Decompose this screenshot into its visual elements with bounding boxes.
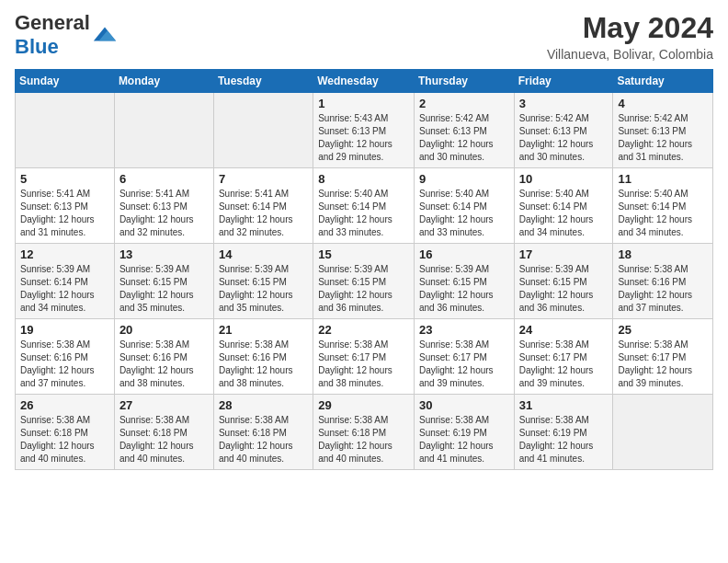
location: Villanueva, Bolivar, Colombia <box>547 47 713 62</box>
day-number: 20 <box>119 323 209 337</box>
day-info: Sunrise: 5:40 AM Sunset: 6:14 PM Dayligh… <box>519 188 609 239</box>
day-info: Sunrise: 5:39 AM Sunset: 6:15 PM Dayligh… <box>219 263 308 315</box>
calendar-cell: 21Sunrise: 5:38 AM Sunset: 6:16 PM Dayli… <box>213 319 313 395</box>
calendar-cell: 11Sunrise: 5:40 AM Sunset: 6:14 PM Dayli… <box>613 168 713 244</box>
col-saturday: Saturday <box>613 70 713 93</box>
calendar-cell: 24Sunrise: 5:38 AM Sunset: 6:17 PM Dayli… <box>514 319 613 395</box>
day-info: Sunrise: 5:38 AM Sunset: 6:16 PM Dayligh… <box>20 339 109 390</box>
page: General Blue May 2024 Villanueva, Boliva… <box>0 0 728 563</box>
calendar-cell: 22Sunrise: 5:38 AM Sunset: 6:17 PM Dayli… <box>313 319 415 395</box>
title-block: May 2024 Villanueva, Bolivar, Colombia <box>547 11 713 62</box>
calendar-cell: 8Sunrise: 5:40 AM Sunset: 6:14 PM Daylig… <box>313 168 415 244</box>
calendar-cell: 10Sunrise: 5:40 AM Sunset: 6:14 PM Dayli… <box>514 168 613 244</box>
calendar-cell: 5Sunrise: 5:41 AM Sunset: 6:13 PM Daylig… <box>16 168 115 244</box>
calendar-cell: 3Sunrise: 5:42 AM Sunset: 6:13 PM Daylig… <box>514 93 613 168</box>
logo: General Blue <box>15 11 118 59</box>
day-number: 13 <box>119 247 209 261</box>
calendar-cell: 4Sunrise: 5:42 AM Sunset: 6:13 PM Daylig… <box>613 93 713 168</box>
calendar-cell: 9Sunrise: 5:40 AM Sunset: 6:14 PM Daylig… <box>414 168 514 244</box>
calendar-cell: 20Sunrise: 5:38 AM Sunset: 6:16 PM Dayli… <box>114 319 213 395</box>
day-info: Sunrise: 5:38 AM Sunset: 6:17 PM Dayligh… <box>419 339 509 390</box>
col-wednesday: Wednesday <box>313 70 415 93</box>
calendar-table: Sunday Monday Tuesday Wednesday Thursday… <box>15 69 713 470</box>
day-info: Sunrise: 5:38 AM Sunset: 6:16 PM Dayligh… <box>618 263 708 315</box>
day-info: Sunrise: 5:41 AM Sunset: 6:14 PM Dayligh… <box>219 188 308 239</box>
day-number: 19 <box>20 323 109 337</box>
day-info: Sunrise: 5:38 AM Sunset: 6:19 PM Dayligh… <box>419 414 509 465</box>
day-number: 28 <box>219 398 308 412</box>
calendar-cell: 16Sunrise: 5:39 AM Sunset: 6:15 PM Dayli… <box>414 244 514 319</box>
calendar-cell: 7Sunrise: 5:41 AM Sunset: 6:14 PM Daylig… <box>213 168 313 244</box>
calendar-cell: 2Sunrise: 5:42 AM Sunset: 6:13 PM Daylig… <box>414 93 514 168</box>
day-info: Sunrise: 5:43 AM Sunset: 6:13 PM Dayligh… <box>318 112 409 164</box>
col-tuesday: Tuesday <box>213 70 313 93</box>
day-number: 5 <box>20 172 109 186</box>
day-number: 6 <box>119 172 209 186</box>
day-number: 10 <box>519 172 609 186</box>
calendar-week-2: 5Sunrise: 5:41 AM Sunset: 6:13 PM Daylig… <box>16 168 713 244</box>
col-friday: Friday <box>514 70 613 93</box>
calendar-week-4: 19Sunrise: 5:38 AM Sunset: 6:16 PM Dayli… <box>16 319 713 395</box>
calendar-cell: 23Sunrise: 5:38 AM Sunset: 6:17 PM Dayli… <box>414 319 514 395</box>
month-year: May 2024 <box>547 11 713 45</box>
calendar-week-5: 26Sunrise: 5:38 AM Sunset: 6:18 PM Dayli… <box>16 395 713 470</box>
day-info: Sunrise: 5:40 AM Sunset: 6:14 PM Dayligh… <box>618 188 708 239</box>
day-number: 21 <box>219 323 308 337</box>
calendar-week-1: 1Sunrise: 5:43 AM Sunset: 6:13 PM Daylig… <box>16 93 713 168</box>
day-info: Sunrise: 5:40 AM Sunset: 6:14 PM Dayligh… <box>318 188 409 239</box>
calendar-cell: 31Sunrise: 5:38 AM Sunset: 6:19 PM Dayli… <box>514 395 613 470</box>
calendar-cell <box>613 395 713 470</box>
day-info: Sunrise: 5:38 AM Sunset: 6:16 PM Dayligh… <box>219 339 308 390</box>
day-number: 11 <box>618 172 708 186</box>
calendar-cell: 13Sunrise: 5:39 AM Sunset: 6:15 PM Dayli… <box>114 244 213 319</box>
day-info: Sunrise: 5:38 AM Sunset: 6:17 PM Dayligh… <box>318 339 409 390</box>
day-number: 26 <box>20 398 109 412</box>
calendar-cell: 19Sunrise: 5:38 AM Sunset: 6:16 PM Dayli… <box>16 319 115 395</box>
calendar-cell: 26Sunrise: 5:38 AM Sunset: 6:18 PM Dayli… <box>16 395 115 470</box>
day-number: 1 <box>318 97 409 110</box>
day-info: Sunrise: 5:38 AM Sunset: 6:17 PM Dayligh… <box>519 339 609 390</box>
day-number: 24 <box>519 323 609 337</box>
day-info: Sunrise: 5:39 AM Sunset: 6:15 PM Dayligh… <box>318 263 409 315</box>
day-number: 27 <box>119 398 209 412</box>
day-info: Sunrise: 5:39 AM Sunset: 6:15 PM Dayligh… <box>419 263 509 315</box>
day-info: Sunrise: 5:42 AM Sunset: 6:13 PM Dayligh… <box>519 112 609 164</box>
day-number: 18 <box>618 247 708 261</box>
day-info: Sunrise: 5:38 AM Sunset: 6:18 PM Dayligh… <box>219 414 308 465</box>
day-number: 9 <box>419 172 509 186</box>
calendar-header-row: Sunday Monday Tuesday Wednesday Thursday… <box>16 70 713 93</box>
day-info: Sunrise: 5:39 AM Sunset: 6:15 PM Dayligh… <box>119 263 209 315</box>
day-number: 15 <box>318 247 409 261</box>
calendar-cell: 29Sunrise: 5:38 AM Sunset: 6:18 PM Dayli… <box>313 395 415 470</box>
day-info: Sunrise: 5:41 AM Sunset: 6:13 PM Dayligh… <box>119 188 209 239</box>
day-number: 14 <box>219 247 308 261</box>
col-sunday: Sunday <box>16 70 115 93</box>
day-number: 7 <box>219 172 308 186</box>
day-info: Sunrise: 5:38 AM Sunset: 6:19 PM Dayligh… <box>519 414 609 465</box>
day-info: Sunrise: 5:38 AM Sunset: 6:18 PM Dayligh… <box>20 414 109 465</box>
day-number: 3 <box>519 97 609 110</box>
calendar-cell <box>16 93 115 168</box>
day-number: 2 <box>419 97 509 110</box>
day-number: 12 <box>20 247 109 261</box>
day-info: Sunrise: 5:38 AM Sunset: 6:16 PM Dayligh… <box>119 339 209 390</box>
day-number: 29 <box>318 398 409 412</box>
day-info: Sunrise: 5:42 AM Sunset: 6:13 PM Dayligh… <box>618 112 708 164</box>
day-info: Sunrise: 5:38 AM Sunset: 6:17 PM Dayligh… <box>618 339 708 390</box>
calendar-cell: 27Sunrise: 5:38 AM Sunset: 6:18 PM Dayli… <box>114 395 213 470</box>
day-number: 22 <box>318 323 409 337</box>
day-number: 23 <box>419 323 509 337</box>
day-number: 25 <box>618 323 708 337</box>
logo-text: General Blue <box>15 11 90 59</box>
day-number: 17 <box>519 247 609 261</box>
calendar-cell: 15Sunrise: 5:39 AM Sunset: 6:15 PM Dayli… <box>313 244 415 319</box>
calendar-cell: 12Sunrise: 5:39 AM Sunset: 6:14 PM Dayli… <box>16 244 115 319</box>
day-info: Sunrise: 5:39 AM Sunset: 6:15 PM Dayligh… <box>519 263 609 315</box>
day-number: 30 <box>419 398 509 412</box>
day-info: Sunrise: 5:41 AM Sunset: 6:13 PM Dayligh… <box>20 188 109 239</box>
col-thursday: Thursday <box>414 70 514 93</box>
header: General Blue May 2024 Villanueva, Boliva… <box>15 11 713 62</box>
calendar-cell: 25Sunrise: 5:38 AM Sunset: 6:17 PM Dayli… <box>613 319 713 395</box>
day-info: Sunrise: 5:40 AM Sunset: 6:14 PM Dayligh… <box>419 188 509 239</box>
day-info: Sunrise: 5:38 AM Sunset: 6:18 PM Dayligh… <box>318 414 409 465</box>
